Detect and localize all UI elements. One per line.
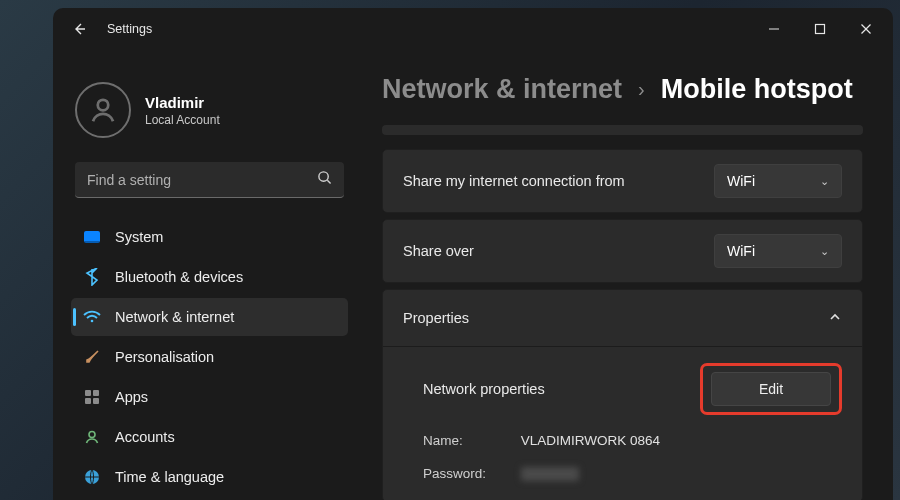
sidebar-item-apps[interactable]: Apps: [71, 378, 348, 416]
properties-body: Network properties Edit Name: VLADIMIRWO…: [383, 346, 862, 500]
search-input[interactable]: [75, 162, 344, 198]
sidebar-item-label: Apps: [115, 389, 148, 405]
sidebar: Vladimir Local Account System: [53, 50, 358, 500]
share-over-label: Share over: [403, 243, 714, 259]
edit-button-label: Edit: [759, 381, 783, 397]
page-title: Mobile hotspot: [661, 74, 853, 105]
sidebar-item-bluetooth[interactable]: Bluetooth & devices: [71, 258, 348, 296]
display-icon: [83, 228, 101, 246]
svg-point-8: [89, 432, 95, 438]
sidebar-item-label: System: [115, 229, 163, 245]
breadcrumb: Network & internet › Mobile hotspot: [382, 74, 863, 105]
wifi-icon: [83, 308, 101, 326]
avatar: [75, 82, 131, 138]
brush-icon: [83, 348, 101, 366]
profile-name: Vladimir: [145, 94, 220, 111]
chevron-down-icon: ⌄: [820, 175, 829, 188]
chevron-right-icon: ›: [638, 78, 645, 101]
sidebar-item-label: Time & language: [115, 469, 224, 485]
globe-icon: [83, 468, 101, 486]
dropdown-value: WiFi: [727, 173, 755, 189]
back-button[interactable]: [71, 21, 89, 37]
network-name-row: Name: VLADIMIRWORK 0864: [423, 433, 842, 448]
network-properties-label: Network properties: [423, 381, 700, 397]
share-from-dropdown[interactable]: WiFi ⌄: [714, 164, 842, 198]
properties-header-label: Properties: [403, 310, 469, 326]
breadcrumb-parent[interactable]: Network & internet: [382, 74, 622, 105]
password-key: Password:: [423, 466, 517, 481]
sidebar-item-time-language[interactable]: Time & language: [71, 458, 348, 496]
svg-point-4: [98, 100, 109, 111]
properties-section: Properties Network properties Edit: [382, 289, 863, 500]
name-key: Name:: [423, 433, 517, 448]
share-over-dropdown[interactable]: WiFi ⌄: [714, 234, 842, 268]
sidebar-item-label: Personalisation: [115, 349, 214, 365]
settings-window: Settings Vladimir Local Account: [53, 8, 893, 500]
search-icon: [317, 170, 332, 189]
name-value: VLADIMIRWORK 0864: [521, 433, 660, 448]
sidebar-item-label: Accounts: [115, 429, 175, 445]
sidebar-nav: System Bluetooth & devices Network & int…: [71, 218, 348, 496]
sidebar-item-label: Bluetooth & devices: [115, 269, 243, 285]
search-field[interactable]: [87, 172, 317, 188]
svg-point-5: [319, 172, 328, 181]
network-password-row: Password:: [423, 466, 842, 481]
minimize-button[interactable]: [751, 12, 797, 46]
collapsed-row[interactable]: [382, 125, 863, 135]
svg-rect-1: [816, 25, 825, 34]
sidebar-item-network[interactable]: Network & internet: [71, 298, 348, 336]
window-controls: [751, 12, 889, 46]
apps-icon: [83, 388, 101, 406]
sidebar-item-system[interactable]: System: [71, 218, 348, 256]
person-icon: [83, 428, 101, 446]
sidebar-item-personalisation[interactable]: Personalisation: [71, 338, 348, 376]
share-over-row: Share over WiFi ⌄: [382, 219, 863, 283]
share-from-row: Share my internet connection from WiFi ⌄: [382, 149, 863, 213]
profile-block[interactable]: Vladimir Local Account: [71, 68, 348, 158]
sidebar-item-accounts[interactable]: Accounts: [71, 418, 348, 456]
bluetooth-icon: [83, 268, 101, 286]
window-title: Settings: [107, 22, 152, 36]
sidebar-item-label: Network & internet: [115, 309, 234, 325]
titlebar: Settings: [53, 8, 893, 50]
password-value-obscured: [521, 467, 579, 481]
svg-point-7: [91, 320, 94, 323]
close-button[interactable]: [843, 12, 889, 46]
dropdown-value: WiFi: [727, 243, 755, 259]
svg-line-6: [327, 180, 330, 183]
chevron-down-icon: ⌄: [820, 245, 829, 258]
properties-header[interactable]: Properties: [383, 290, 862, 346]
profile-sub: Local Account: [145, 113, 220, 127]
edit-button[interactable]: Edit: [711, 372, 831, 406]
maximize-button[interactable]: [797, 12, 843, 46]
edit-highlight: Edit: [700, 363, 842, 415]
chevron-up-icon: [828, 310, 842, 327]
share-from-label: Share my internet connection from: [403, 173, 714, 189]
main-content: Network & internet › Mobile hotspot Shar…: [358, 50, 893, 500]
